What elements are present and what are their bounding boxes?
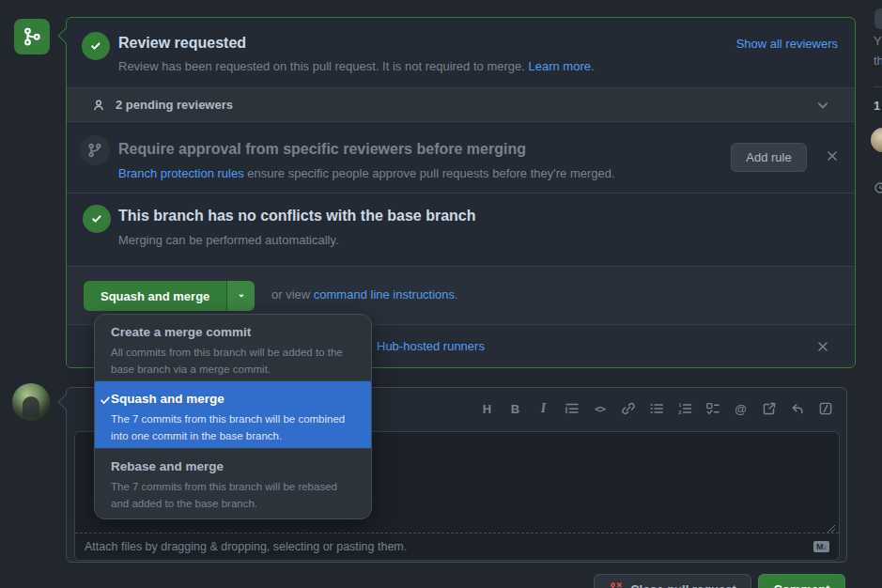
conflicts-check-icon [83, 205, 111, 233]
svg-text:1: 1 [678, 402, 681, 408]
command-line-instructions-link[interactable]: command line instructions [314, 287, 455, 302]
period-text: . [455, 287, 458, 302]
dismiss-runners-icon[interactable] [815, 339, 830, 354]
attach-row[interactable]: Attach files by dragging & dropping, sel… [75, 534, 839, 560]
caret-down-icon [236, 290, 247, 302]
selected-check-icon [99, 394, 112, 410]
hosted-runners-link[interactable]: Hub-hosted runners [377, 339, 485, 353]
menu-item-title: Create a merge commit [111, 325, 356, 339]
comment-button[interactable]: Comment [758, 574, 845, 588]
bold-icon[interactable]: B [507, 401, 523, 417]
heading-icon[interactable]: H [479, 401, 495, 417]
menu-item-title: Rebase and merge [111, 459, 356, 473]
close-pull-request-button[interactable]: Close pull request [594, 574, 751, 588]
cli-instructions-line: or view command line instructions. [271, 287, 458, 302]
merge-button-group: Squash and merge [84, 281, 255, 311]
branch-protection-rules-link[interactable]: Branch protection rules [118, 166, 244, 180]
review-requested-desc-text: Review has been requested on this pull r… [118, 59, 528, 73]
or-view-text: or view [271, 287, 314, 302]
squash-and-merge-button[interactable]: Squash and merge [84, 281, 226, 311]
menu-item-desc: The 7 commits from this branch will be c… [111, 410, 346, 444]
review-requested-desc: Review has been requested on this pull r… [118, 59, 595, 73]
merge-options-toggle[interactable] [226, 281, 255, 311]
menu-item-squash-and-merge[interactable]: Squash and merge The 7 commits from this… [95, 380, 371, 448]
pending-reviewers-row[interactable]: 2 pending reviewers [67, 87, 855, 122]
no-conflicts-desc: Merging can be performed automatically. [118, 233, 339, 247]
git-branch-icon [86, 142, 103, 159]
menu-item-desc: All commits from this branch will be add… [111, 344, 346, 378]
reply-icon[interactable] [789, 401, 805, 417]
person-icon [91, 98, 106, 113]
no-conflicts-title: This branch has no conflicts with the ba… [118, 208, 476, 224]
right-rail-divider [874, 86, 882, 87]
right-rail-avatar[interactable] [871, 128, 882, 152]
right-rail-text-fragment: Y [874, 34, 882, 48]
git-merge-icon [22, 26, 42, 47]
unordered-list-icon[interactable] [648, 401, 664, 417]
task-list-icon[interactable] [704, 401, 720, 417]
cross-reference-icon[interactable] [761, 401, 777, 417]
add-rule-button[interactable]: Add rule [731, 143, 807, 172]
mention-icon[interactable]: @ [733, 401, 749, 417]
branch-protection-desc: Branch protection rules ensure specific … [118, 166, 615, 180]
quote-icon[interactable] [564, 401, 580, 417]
user-avatar[interactable] [12, 383, 50, 421]
right-rail-text-fragment: th [874, 54, 882, 68]
resize-grabber-icon[interactable] [827, 522, 836, 536]
branch-protection-title: Require approval from specific reviewers… [118, 141, 526, 158]
pull-request-merge-page: Review requested Review has been request… [0, 0, 882, 588]
slash-command-icon[interactable] [817, 401, 833, 417]
code-icon[interactable]: <> [592, 401, 608, 417]
close-icon [825, 148, 840, 163]
check-icon [88, 39, 103, 54]
close-pr-label: Close pull request [630, 582, 736, 588]
dismiss-protection-icon[interactable] [825, 148, 840, 163]
right-rail-icon [874, 181, 882, 197]
review-requested-title: Review requested [118, 35, 246, 52]
svg-text:2: 2 [678, 410, 681, 415]
chevron-down-icon[interactable] [815, 98, 830, 113]
check-icon [89, 211, 104, 226]
review-check-icon [82, 32, 110, 60]
menu-item-desc: The 7 commits from this branch will be r… [111, 478, 346, 512]
close-icon [815, 339, 830, 354]
pr-closed-icon [609, 581, 624, 588]
link-icon[interactable] [620, 401, 636, 417]
right-rail-button-fragment[interactable] [874, 8, 882, 29]
branch-protection-desc-text: ensure specific people approve pull requ… [244, 166, 615, 180]
merge-options-menu: Create a merge commit All commits from t… [94, 314, 372, 519]
menu-item-rebase-and-merge[interactable]: Rebase and merge The 7 commits from this… [95, 448, 371, 519]
right-rail-count-fragment: 1 [874, 99, 880, 113]
ordered-list-icon[interactable]: 12 [676, 401, 692, 417]
merge-box-tail [58, 28, 74, 44]
menu-item-create-merge-commit[interactable]: Create a merge commit All commits from t… [95, 315, 371, 380]
show-all-reviewers-link[interactable]: Show all reviewers [736, 37, 838, 51]
branch-protection-icon-circle [80, 135, 110, 165]
attach-hint: Attach files by dragging & dropping, sel… [85, 540, 407, 553]
italic-icon[interactable]: I [535, 401, 551, 417]
menu-item-title: Squash and merge [111, 392, 356, 406]
section-divider [67, 193, 855, 193]
markdown-supported-icon: M↓ [813, 541, 829, 552]
git-merge-timeline-icon [14, 19, 50, 54]
learn-more-link[interactable]: Learn more. [528, 59, 594, 73]
pending-reviewers-label: 2 pending reviewers [116, 98, 815, 112]
